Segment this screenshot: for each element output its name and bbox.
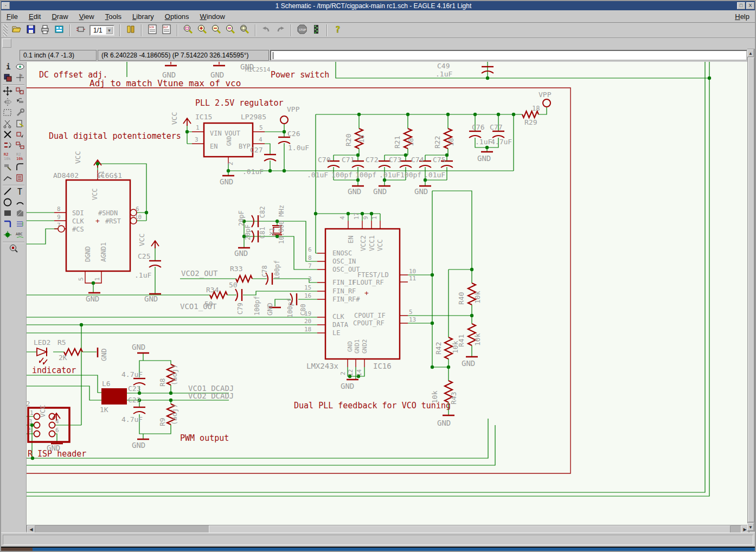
maximize-button[interactable]: □ — [737, 2, 745, 9]
tool-name[interactable]: R210k — [2, 152, 13, 162]
tool-circle[interactable] — [2, 198, 13, 208]
undo-button[interactable] — [260, 24, 273, 37]
run-ulp-button[interactable]: ULP — [160, 24, 173, 37]
tool-display[interactable] — [2, 73, 13, 84]
tool-copy[interactable] — [15, 87, 25, 97]
tool-smash[interactable] — [2, 163, 13, 173]
schematic-label: FTEST/LD — [357, 271, 389, 279]
menu-library[interactable]: Library — [127, 11, 159, 22]
tool-group[interactable] — [2, 108, 13, 119]
command-input[interactable] — [270, 50, 747, 61]
schematic-label: 10k — [431, 390, 439, 403]
horizontal-scroll-thumb[interactable] — [209, 525, 731, 533]
schematic-label: 4.7uF — [491, 138, 512, 146]
schematic-label: GND — [144, 294, 158, 303]
tool-show[interactable] — [15, 62, 25, 73]
menu-draw[interactable]: Draw — [46, 11, 73, 22]
tool-label[interactable]: ABC — [15, 230, 25, 241]
menu-window[interactable]: Window — [195, 11, 230, 22]
tool-change[interactable] — [15, 108, 25, 119]
cam-processor-button[interactable] — [53, 24, 66, 37]
l6-ferrite-body — [101, 388, 127, 405]
print-button[interactable] — [39, 24, 52, 37]
mirror-icon — [3, 97, 12, 109]
schematic-label: LED2 — [34, 338, 50, 346]
grid-button[interactable] — [2, 38, 11, 48]
menu-tools[interactable]: Tools — [100, 11, 127, 22]
tool-wire[interactable] — [2, 187, 13, 197]
redo-button[interactable] — [274, 24, 287, 37]
schematic-label: LP2985 — [241, 113, 266, 121]
minimize-button[interactable]: - — [2, 2, 10, 9]
schematic-label: L6 — [102, 380, 111, 388]
smash-icon — [3, 162, 12, 174]
tool-erc[interactable] — [8, 244, 19, 254]
board-button[interactable] — [74, 24, 87, 37]
schematic-label: AGND1 — [100, 242, 107, 262]
script-button[interactable]: SCR — [146, 24, 159, 37]
tool-rotate[interactable] — [15, 98, 25, 108]
title-bar[interactable]: - 1 Schematic - /tmp/RCT/cigpack-main rc… — [1, 1, 755, 10]
stop-button[interactable]: STOP — [296, 24, 309, 37]
schematic-canvas[interactable]: DC offset adj.Adj to match Vtune max of … — [27, 62, 749, 525]
zoom-select-button[interactable] — [224, 24, 237, 37]
junction-icon — [3, 230, 12, 242]
vertical-scroll-thumb[interactable] — [748, 57, 754, 522]
tool-info[interactable]: i — [2, 62, 13, 73]
schematic-label: FIN_RF# — [332, 296, 360, 303]
schematic-label: LMX243x — [306, 362, 338, 370]
menu-edit[interactable]: Edit — [23, 11, 46, 22]
sheet-selector[interactable]: 1/1▼ — [89, 25, 114, 36]
zoom-fit-button[interactable] — [182, 24, 195, 37]
toolbar-separator — [119, 24, 120, 36]
tool-net[interactable] — [15, 220, 25, 230]
tool-invoke[interactable] — [15, 174, 25, 184]
tool-polygon[interactable] — [15, 209, 25, 219]
tool-junction[interactable] — [2, 230, 13, 241]
scroll-left-arrow[interactable]: ◀ — [27, 525, 35, 533]
menu-file[interactable]: File — [1, 11, 23, 22]
scroll-down-arrow[interactable]: ▼ — [747, 523, 754, 531]
schematic-label: 18 — [532, 105, 540, 112]
schematic-label: GND — [47, 444, 60, 452]
help-button[interactable]: ? — [331, 24, 344, 37]
zoom-redraw-button[interactable] — [238, 24, 251, 37]
sheet-selector-dropdown-icon[interactable]: ▼ — [106, 27, 113, 34]
menu-help[interactable]: Help — [729, 11, 755, 22]
menu-options[interactable]: Options — [159, 11, 195, 22]
toolbar-grip[interactable] — [3, 24, 8, 36]
scroll-up-arrow[interactable]: ▲ — [747, 49, 754, 57]
junction-dot — [370, 212, 373, 215]
save-button[interactable] — [24, 24, 37, 37]
tool-value[interactable]: R210k — [15, 152, 25, 162]
tool-text[interactable]: T — [15, 187, 25, 197]
zoom-in-button[interactable] — [196, 24, 209, 37]
schematic-label: 8 — [308, 254, 312, 261]
tool-paste[interactable] — [15, 119, 25, 130]
tool-cut[interactable] — [2, 119, 13, 130]
menu-view[interactable]: View — [74, 11, 100, 22]
tool-bus[interactable] — [2, 220, 13, 230]
tool-mark[interactable]: 0 — [15, 73, 25, 84]
open-button[interactable] — [10, 24, 23, 37]
close-button[interactable]: X — [746, 2, 754, 9]
tool-pinswap[interactable] — [2, 141, 13, 151]
use-library-button[interactable] — [124, 24, 137, 37]
go-button[interactable] — [310, 24, 323, 37]
undo-icon — [261, 24, 272, 37]
tool-gateswap[interactable] — [15, 141, 25, 151]
vertical-scrollbar[interactable]: ▲ ▼ — [747, 49, 755, 531]
zoom-out-button[interactable] — [210, 24, 223, 37]
tool-mirror[interactable] — [2, 98, 13, 108]
tool-add[interactable] — [15, 130, 25, 140]
tool-arc[interactable] — [15, 198, 25, 208]
tool-move[interactable] — [2, 87, 13, 97]
tool-delete[interactable] — [2, 130, 13, 140]
schematic-label: VCC — [74, 151, 82, 164]
tool-split[interactable] — [2, 174, 13, 184]
rect-icon — [3, 208, 12, 220]
tool-rect[interactable] — [2, 209, 13, 219]
schematic-label: 7 — [308, 262, 312, 269]
junction-dot — [431, 273, 434, 277]
tool-miter[interactable] — [15, 163, 25, 173]
